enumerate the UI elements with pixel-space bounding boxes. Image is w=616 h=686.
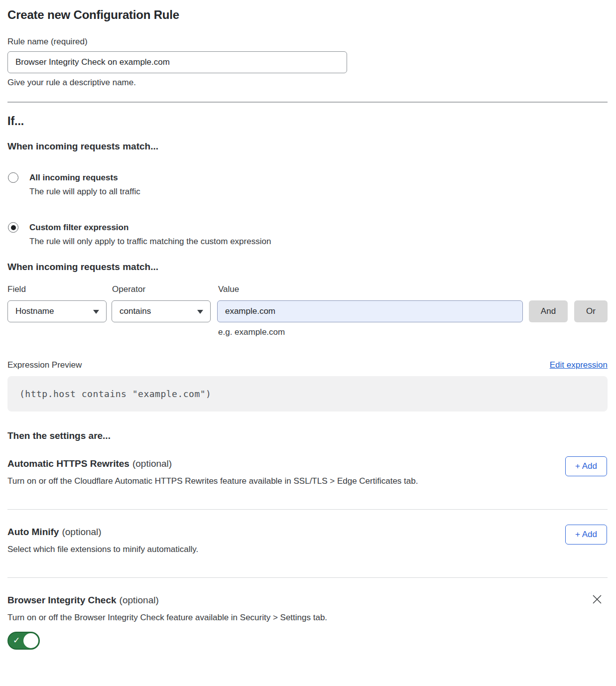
radio-option-description: The rule will apply to all traffic [29,185,140,199]
or-button[interactable]: Or [574,300,608,322]
add-automatic-https-rewrites-button[interactable]: + Add [565,456,607,476]
chevron-down-icon [93,310,99,314]
and-button[interactable]: And [529,300,568,322]
radio-option-texts: Custom filter expression The rule will o… [29,221,271,249]
setting-optional-tag: (optional) [132,458,172,469]
chevron-down-icon [197,310,203,314]
radio-option-custom-filter-expression[interactable]: Custom filter expression The rule will o… [7,221,608,249]
setting-row-automatic-https-rewrites: Automatic HTTPS Rewrites(optional) Turn … [7,441,608,509]
setting-row-browser-integrity-check: Browser Integrity Check(optional) Turn o… [7,578,608,675]
radio-option-description: The rule will only apply to traffic matc… [29,235,271,249]
then-settings-heading: Then the settings are... [7,430,608,441]
radio-option-label: All incoming requests [29,171,140,185]
setting-heading: Browser Integrity Check(optional) [7,595,608,606]
setting-heading: Automatic HTTPS Rewrites(optional) [7,458,608,469]
create-configuration-rule-page: Create new Configuration Rule Rule name … [0,0,616,686]
field-select[interactable]: Hostname [7,300,107,322]
rule-name-input[interactable] [7,51,347,73]
expression-code-block: (http.host contains "example.com") [7,376,608,412]
expression-preview-label: Expression Preview [7,360,82,370]
request-match-radio-group: All incoming requests The rule will appl… [7,171,608,249]
radio-checked-icon[interactable] [8,222,18,233]
check-icon: ✓ [13,636,20,645]
close-icon [592,594,603,605]
rule-name-helper: Give your rule a descriptive name. [7,78,608,88]
setting-name: Auto Minify [7,527,59,537]
filter-builder-heading: When incoming requests match... [7,262,608,273]
value-hint: e.g. example.com [218,327,608,337]
filter-controls-row: Hostname contains And Or [7,300,608,322]
edit-expression-link[interactable]: Edit expression [550,360,608,370]
radio-unchecked-icon[interactable] [8,172,18,183]
field-select-value: Hostname [15,306,54,316]
setting-heading: Auto Minify(optional) [7,527,608,538]
rule-name-label: Rule name (required) [7,37,608,47]
radio-option-texts: All incoming requests The rule will appl… [29,171,140,199]
value-column-label: Value [218,284,239,294]
radio-option-all-incoming-requests[interactable]: All incoming requests The rule will appl… [7,171,608,199]
operator-select[interactable]: contains [112,300,211,322]
remove-setting-button[interactable] [592,594,603,605]
filter-column-labels: Field Operator Value [7,284,608,294]
section-divider [7,102,608,103]
rule-name-group: Rule name (required) Give your rule a de… [7,37,608,88]
field-column-label: Field [7,284,112,294]
browser-integrity-check-toggle[interactable]: ✓ [7,632,40,650]
setting-description: Turn on or off the Cloudflare Automatic … [7,476,505,486]
incoming-requests-match-heading: When incoming requests match... [7,141,608,152]
add-auto-minify-button[interactable]: + Add [565,525,607,545]
setting-name: Browser Integrity Check [7,595,117,605]
if-heading: If... [7,115,608,128]
setting-optional-tag: (optional) [62,527,101,537]
operator-column-label: Operator [112,284,218,294]
setting-description: Turn on or off the Browser Integrity Che… [7,613,505,623]
expression-preview-row: Expression Preview Edit expression [7,360,608,370]
setting-row-auto-minify: Auto Minify(optional) Select which file … [7,510,608,577]
setting-name: Automatic HTTPS Rewrites [7,458,129,469]
toggle-knob [23,633,38,648]
value-input[interactable] [217,300,523,322]
page-title: Create new Configuration Rule [7,8,608,22]
setting-optional-tag: (optional) [120,595,159,605]
operator-select-value: contains [120,306,151,316]
radio-option-label: Custom filter expression [29,221,271,235]
setting-description: Select which file extensions to minify a… [7,545,505,554]
